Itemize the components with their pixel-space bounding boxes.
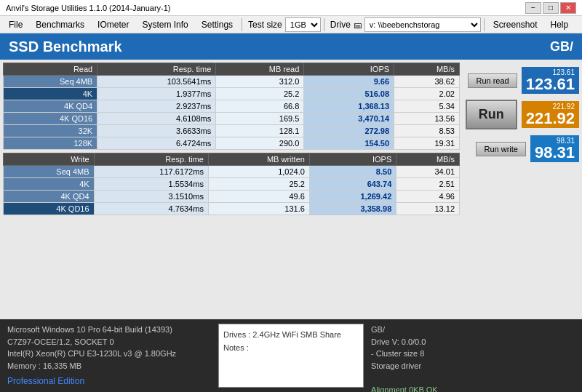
menu-settings[interactable]: Settings (196, 17, 239, 33)
write-mbs-2: 4.96 (396, 191, 460, 203)
menu-separator-3 (484, 18, 485, 31)
drive-icon: 🖴 (354, 20, 362, 29)
table-row: 4K 1.9377ms 25.2 516.08 2.02 (4, 88, 460, 100)
test-size-select[interactable]: 1GB (285, 17, 321, 32)
test-size-group: Test size 1GB (248, 17, 321, 32)
write-section: Write Resp. time MB written IOPS MB/s Se… (3, 153, 460, 215)
benchmark-tables: Read Resp. time MB read IOPS MB/s Seq 4M… (3, 63, 460, 316)
table-row: 4K 1.5534ms 25.2 643.74 2.51 (4, 178, 460, 191)
write-iops-1: 643.74 (309, 178, 396, 191)
menu-benchmarks[interactable]: Benchmarks (30, 17, 90, 33)
read-iops-0: 9.66 (304, 76, 394, 88)
read-resp-1: 1.9377ms (97, 88, 216, 100)
write-label-2: 4K QD4 (4, 191, 95, 203)
br-drive: Drive V: 0.0/0.0 (371, 336, 575, 348)
app-header: SSD Benchmark GB/ (0, 33, 582, 60)
run-write-button[interactable]: Run write (476, 142, 525, 156)
table-row: Seq 4MB 117.6172ms 1,024.0 8.50 34.01 (4, 166, 460, 178)
br-unit: GB/ (371, 324, 575, 336)
read-resp-0: 103.5641ms (97, 76, 216, 88)
read-iops-3: 3,470.14 (304, 113, 394, 125)
read-iops-4: 272.98 (304, 125, 394, 137)
menu-separator-2 (324, 18, 324, 31)
bottom-left: Microsoft Windows 10 Pro 64-bit Build (1… (7, 324, 211, 388)
write-iops-0: 8.50 (309, 166, 396, 178)
read-resp-3: 4.6108ms (97, 113, 216, 125)
close-button[interactable]: ✕ (560, 2, 576, 14)
read-mb-2: 66.8 (216, 100, 304, 113)
read-col-resp: Resp. time (97, 63, 216, 76)
write-col-mb: MB written (208, 153, 309, 166)
menu-help[interactable]: Help (545, 17, 575, 33)
read-mb-0: 312.0 (216, 76, 304, 88)
br-storage: Storage driver (371, 360, 575, 372)
table-row: 32K 3.6633ms 128.1 272.98 8.53 (4, 125, 460, 137)
write-col-iops: IOPS (309, 153, 396, 166)
read-section: Read Resp. time MB read IOPS MB/s Seq 4M… (3, 63, 460, 150)
write-label-3: 4K QD16 (4, 203, 95, 215)
test-size-label: Test size (248, 20, 282, 30)
write-col-label: Write (4, 153, 95, 166)
read-label-2: 4K QD4 (4, 100, 97, 113)
sys-line1: Microsoft Windows 10 Pro 64-bit Build (1… (7, 324, 211, 336)
sys-line4: Memory : 16,335 MB (7, 360, 211, 372)
read-mbs-5: 19.31 (394, 137, 460, 150)
read-mbs-1: 2.02 (394, 88, 460, 100)
run-button[interactable]: Run (466, 100, 517, 129)
read-label-1: 4K (4, 88, 97, 100)
read-mb-4: 128.1 (216, 125, 304, 137)
notes-line: Notes : (223, 342, 359, 355)
right-panel: Run read 123.61 123.61 Run 221.92 221.92… (463, 63, 579, 316)
read-iops-2: 1,368.13 (304, 100, 394, 113)
read-iops-5: 154.50 (304, 137, 394, 150)
br-cluster: - Cluster size 8 (371, 348, 575, 360)
write-mb-0: 1,024.0 (208, 166, 309, 178)
read-col-mbs: MB/s (394, 63, 460, 76)
read-mb-3: 169.5 (216, 113, 304, 125)
scores-panel: Run read 123.61 123.61 Run 221.92 221.92… (463, 65, 579, 162)
total-score-block: 221.92 221.92 (522, 101, 579, 128)
write-score-large: 98.31 (535, 145, 575, 161)
write-mb-2: 49.6 (208, 191, 309, 203)
main-content: Read Resp. time MB read IOPS MB/s Seq 4M… (0, 60, 582, 319)
drives-value: 2.4GHz WiFi SMB Share (252, 330, 341, 339)
menu-iometer[interactable]: IOmeter (92, 17, 135, 33)
write-mbs-3: 13.12 (396, 203, 460, 215)
write-col-resp: Resp. time (94, 153, 208, 166)
maximize-button[interactable]: □ (543, 2, 559, 14)
sys-line2: C7Z97-OCEE/1.2, SOCKET 0 (7, 336, 211, 348)
read-label-3: 4K QD16 (4, 113, 97, 125)
bottom-right: GB/ Drive V: 0.0/0.0 - Cluster size 8 St… (371, 324, 575, 388)
table-row: 4K QD4 2.9237ms 66.8 1,368.13 5.34 (4, 100, 460, 113)
read-resp-5: 6.4724ms (97, 137, 216, 150)
write-resp-2: 3.1510ms (94, 191, 208, 203)
table-row: 4K QD4 3.1510ms 49.6 1,269.42 4.96 (4, 191, 460, 203)
menu-screenshot[interactable]: Screenshot (487, 17, 543, 33)
write-resp-3: 4.7634ms (94, 203, 208, 215)
total-score-large: 221.92 (526, 111, 575, 127)
read-resp-4: 3.6633ms (97, 125, 216, 137)
write-label-0: Seq 4MB (4, 166, 95, 178)
app-title: SSD Benchmark (9, 39, 122, 55)
read-score-block: 123.61 123.61 (522, 67, 579, 94)
sys-line3: Intel(R) Xeon(R) CPU E3-1230L v3 @ 1.80G… (7, 348, 211, 360)
write-score-block: 98.31 98.31 (530, 135, 579, 162)
br-alignment: Alignment 0KB OK (371, 384, 575, 393)
title-bar: Anvil's Storage Utilities 1.1.0 (2014-Ja… (0, 0, 582, 16)
write-score-item: Run write 98.31 98.31 (476, 135, 579, 162)
title-bar-controls: − □ ✕ (525, 2, 576, 14)
read-mb-5: 290.0 (216, 137, 304, 150)
notes-label: Notes : (223, 343, 249, 352)
read-mbs-4: 8.53 (394, 125, 460, 137)
run-read-button[interactable]: Run read (468, 73, 517, 88)
write-mb-1: 25.2 (208, 178, 309, 191)
read-mbs-0: 38.62 (394, 76, 460, 88)
read-mbs-3: 13.56 (394, 113, 460, 125)
menu-sysinfo[interactable]: System Info (136, 17, 194, 33)
minimize-button[interactable]: − (525, 2, 541, 14)
menu-file[interactable]: File (3, 17, 28, 33)
drive-select[interactable]: v: \\beebenchstorag (364, 17, 481, 32)
read-resp-2: 2.9237ms (97, 100, 216, 113)
table-row: 4K QD16 4.7634ms 131.6 3,358.98 13.12 (4, 203, 460, 215)
total-score-item: Run 221.92 221.92 (466, 100, 579, 129)
